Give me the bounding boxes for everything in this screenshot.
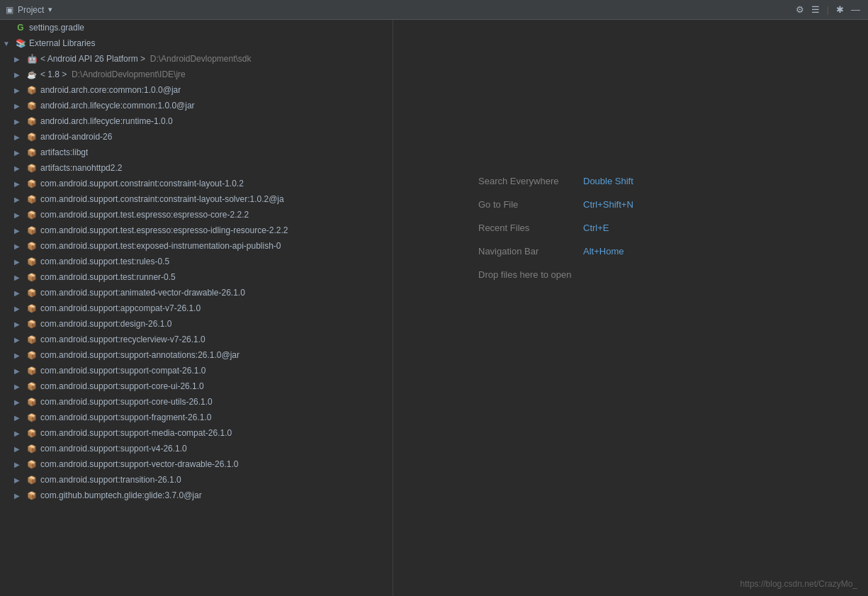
list-item[interactable]: ▶ 📦 com.android.support:animated-vector-… — [11, 285, 393, 300]
gradle-icon: G — [14, 22, 27, 33]
item-label: com.android.support.test.espresso:espres… — [40, 225, 288, 235]
list-item[interactable]: ▶ 📦 com.android.support.test:runner-0.5 — [11, 269, 393, 285]
item-path: D:\AndroidDevlopment\sdk — [145, 54, 251, 64]
lib-icon: 📦 — [26, 474, 38, 485]
shortcut-label: Search Everywhere — [478, 176, 577, 186]
lib-icon: 📦 — [26, 459, 38, 470]
list-item[interactable]: ▶ 📦 artifacts:libgt — [11, 145, 393, 160]
item-label: android.arch.lifecycle:common:1.0.0@jar — [40, 101, 195, 111]
lib-icon: 📦 — [26, 84, 38, 96]
list-item[interactable]: ▶ 📦 android.arch.lifecycle:common:1.0.0@… — [11, 98, 393, 113]
expand-arrow: ▶ — [14, 55, 26, 63]
lib-icon: 📦 — [26, 443, 38, 454]
list-item[interactable]: ▶ 📦 com.android.support:support-media-co… — [11, 425, 393, 441]
item-label: com.android.support.test:exposed-instrum… — [40, 241, 281, 251]
lib-icon: 📦 — [26, 287, 38, 298]
external-libraries-item[interactable]: ▼ 📚 External Libraries — [0, 35, 393, 51]
list-item[interactable]: ▶ 🤖 < Android API 26 Platform > D:\Andro… — [11, 51, 393, 67]
item-label: android.arch.core:common:1.0.0@jar — [40, 85, 181, 95]
list-item[interactable]: ▶ 📦 com.android.support.test.espresso:es… — [11, 223, 393, 238]
lib-icon: 📦 — [26, 349, 38, 361]
list-item[interactable]: ▶ 📦 com.github.bumptech.glide:glide:3.7.… — [11, 488, 393, 503]
header-dropdown-arrow[interactable]: ▾ — [48, 5, 52, 14]
lib-icon: 📦 — [26, 162, 38, 174]
list-item[interactable]: ▶ 📦 com.android.support:recyclerview-v7-… — [11, 332, 393, 347]
lib-icon: 📦 — [26, 116, 38, 127]
pin-icon[interactable]: ✱ — [834, 4, 846, 16]
list-item[interactable]: ▶ 📦 com.android.support.test:exposed-ins… — [11, 238, 393, 254]
item-label: com.android.support:support-compat-26.1.… — [40, 366, 205, 376]
item-label: android-android-26 — [40, 132, 112, 142]
list-item[interactable]: ▶ 📦 android.arch.lifecycle:runtime-1.0.0 — [11, 113, 393, 129]
shortcuts-panel: Search Everywhere Double Shift Go to Fil… — [478, 176, 633, 280]
expand-arrow: ▶ — [14, 445, 26, 453]
collapse-arrow: ▼ — [3, 40, 14, 47]
lib-icon: 📦 — [26, 225, 38, 236]
lib-icon: 📦 — [26, 240, 38, 252]
header-left: ▣ Project ▾ — [6, 5, 52, 15]
item-label: android.arch.lifecycle:runtime-1.0.0 — [40, 116, 173, 126]
item-label: com.android.support:support-vector-drawa… — [40, 459, 238, 469]
lib-icon: 📦 — [26, 381, 38, 392]
header-icons: ⚙ ☰ | ✱ — — [794, 4, 862, 16]
item-label: com.android.support.test:runner-0.5 — [40, 272, 176, 282]
expand-arrow: ▶ — [14, 398, 26, 406]
settings-gradle-item[interactable]: G settings.gradle — [0, 20, 393, 35]
shortcut-key: Double Shift — [583, 176, 633, 186]
lib-icon: 📦 — [26, 427, 38, 439]
item-label: com.android.support:support-annotations:… — [40, 350, 239, 360]
main-area: G settings.gradle ▼ 📚 External Libraries… — [0, 20, 868, 596]
lib-icon: 📦 — [26, 396, 38, 407]
expand-arrow: ▶ — [14, 429, 26, 437]
list-item[interactable]: ▶ 📦 com.android.support.constraint:const… — [11, 191, 393, 207]
list-item[interactable]: ▶ 📦 android.arch.core:common:1.0.0@jar — [11, 82, 393, 98]
list-item[interactable]: ▶ 📦 com.android.support:design-26.1.0 — [11, 316, 393, 332]
lib-icon: 📦 — [26, 490, 38, 501]
expand-arrow: ▶ — [14, 180, 26, 188]
item-label: com.android.support:transition-26.1.0 — [40, 475, 181, 485]
close-icon[interactable]: — — [849, 4, 862, 16]
lib-icon: 📦 — [26, 303, 38, 314]
list-item[interactable]: ▶ ☕ < 1.8 > D:\AndroidDevlopment\IDE\jre — [11, 67, 393, 82]
list-item[interactable]: ▶ 📦 com.android.support.test.espresso:es… — [11, 207, 393, 223]
lib-icon: 📦 — [26, 271, 38, 283]
expand-arrow: ▶ — [14, 414, 26, 422]
list-item[interactable]: ▶ 📦 artifacts:nanohttpd2.2 — [11, 160, 393, 176]
list-item[interactable]: ▶ 📦 com.android.support:support-v4-26.1.… — [11, 441, 393, 456]
shortcut-label: Go to File — [478, 199, 577, 210]
list-item[interactable]: ▶ 📦 com.android.support:support-core-uti… — [11, 394, 393, 410]
item-label: com.android.support.constraint:constrain… — [40, 179, 244, 189]
settings-gradle-label: settings.gradle — [29, 23, 84, 33]
shortcut-navigation-bar: Navigation Bar Alt+Home — [478, 246, 633, 257]
drop-hint-text: Drop files here to open — [478, 269, 572, 280]
list-item[interactable]: ▶ 📦 com.android.support.test:rules-0.5 — [11, 254, 393, 269]
list-item[interactable]: ▶ 📦 com.android.support:support-compat-2… — [11, 363, 393, 378]
lib-icon: 📦 — [26, 365, 38, 376]
settings-icon[interactable]: ⚙ — [794, 4, 806, 16]
list-item[interactable]: ▶ 📦 com.android.support:appcompat-v7-26.… — [11, 300, 393, 316]
expand-arrow: ▶ — [14, 102, 26, 110]
shortcut-recent-files: Recent Files Ctrl+E — [478, 223, 633, 233]
list-item[interactable]: ▶ 📦 com.android.support:support-annotati… — [11, 347, 393, 363]
lib-icon: 📦 — [26, 256, 38, 267]
jdk-icon: ☕ — [26, 69, 38, 80]
lib-icon: 📦 — [26, 100, 38, 111]
lib-icon: 📦 — [26, 412, 38, 423]
external-libraries-label: External Libraries — [29, 38, 95, 48]
list-item[interactable]: ▶ 📦 com.android.support:support-fragment… — [11, 410, 393, 425]
item-label: < 1.8 > — [40, 69, 67, 79]
layout-icon[interactable]: ☰ — [809, 4, 822, 16]
item-label: com.android.support:support-v4-26.1.0 — [40, 444, 187, 454]
list-item[interactable]: ▶ 📦 com.android.support:support-core-ui-… — [11, 378, 393, 394]
expand-arrow: ▶ — [14, 164, 26, 172]
item-label: com.android.support:support-core-utils-2… — [40, 397, 213, 407]
shortcut-key: Alt+Home — [583, 246, 624, 257]
list-item[interactable]: ▶ 📦 android-android-26 — [11, 129, 393, 145]
list-item[interactable]: ▶ 📦 com.android.support:support-vector-d… — [11, 456, 393, 472]
lib-icon: 📦 — [26, 147, 38, 158]
list-item[interactable]: ▶ 📦 com.android.support.constraint:const… — [11, 176, 393, 191]
list-item[interactable]: ▶ 📦 com.android.support:transition-26.1.… — [11, 472, 393, 488]
file-tree: G settings.gradle ▼ 📚 External Libraries… — [0, 20, 393, 596]
expand-arrow: ▶ — [14, 211, 26, 219]
item-label: com.android.support.test.espresso:espres… — [40, 210, 249, 220]
